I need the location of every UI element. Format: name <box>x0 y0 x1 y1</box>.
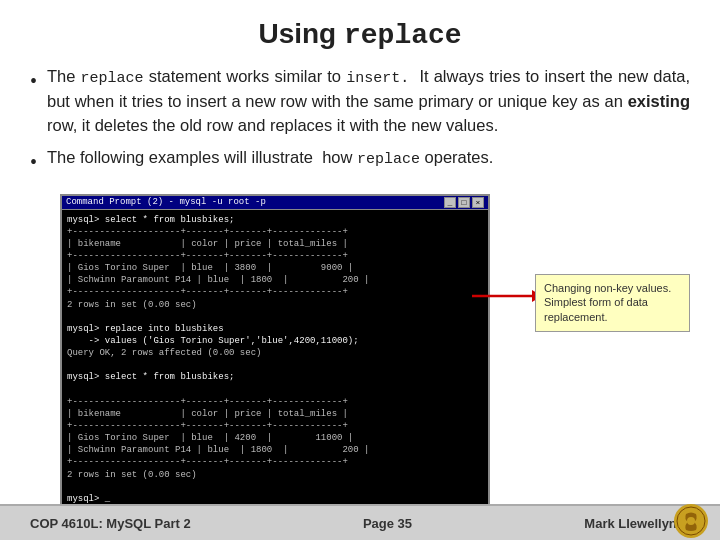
bullet-item-2: • The following examples will illustrate… <box>30 146 690 176</box>
title-code: replace <box>344 20 462 51</box>
bullet-text-1: The replace statement works similar to i… <box>47 65 690 138</box>
cmd-body: mysql> select * from blusbikes; +-------… <box>62 210 488 509</box>
slide-page: Using replace • The replace statement wo… <box>0 0 720 540</box>
cmd-window: Command Prompt (2) - mysql -u root -p _ … <box>60 194 490 511</box>
footer-left: COP 4610L: MySQL Part 2 <box>30 516 191 531</box>
bullet-text-2: The following examples will illustrate h… <box>47 146 493 171</box>
cmd-title-text: Command Prompt (2) - mysql -u root -p <box>66 197 266 207</box>
minimize-button[interactable]: _ <box>444 197 456 208</box>
screenshot-area: Command Prompt (2) - mysql -u root -p _ … <box>60 194 690 511</box>
cmd-titlebar: Command Prompt (2) - mysql -u root -p _ … <box>62 196 488 210</box>
bullet-dot-2: • <box>30 148 37 176</box>
tooltip-box: Changing non-key values. Simplest form o… <box>535 274 690 333</box>
bullet-item-1: • The replace statement works similar to… <box>30 65 690 138</box>
bullet-dot-1: • <box>30 67 37 95</box>
close-button[interactable]: × <box>472 197 484 208</box>
footer: COP 4610L: MySQL Part 2 Page 35 Mark Lle… <box>0 504 720 540</box>
footer-center: Page 35 <box>363 516 412 531</box>
bullet-list: • The replace statement works similar to… <box>30 65 690 540</box>
tooltip-text: Changing non-key values. Simplest form o… <box>544 282 671 324</box>
title-prefix: Using <box>258 18 344 49</box>
maximize-button[interactable]: □ <box>458 197 470 208</box>
cmd-titlebar-buttons: _ □ × <box>444 197 484 208</box>
footer-logo <box>674 504 712 538</box>
svg-point-3 <box>687 517 695 525</box>
logo-icon <box>674 504 708 538</box>
slide-title: Using replace <box>30 18 690 51</box>
